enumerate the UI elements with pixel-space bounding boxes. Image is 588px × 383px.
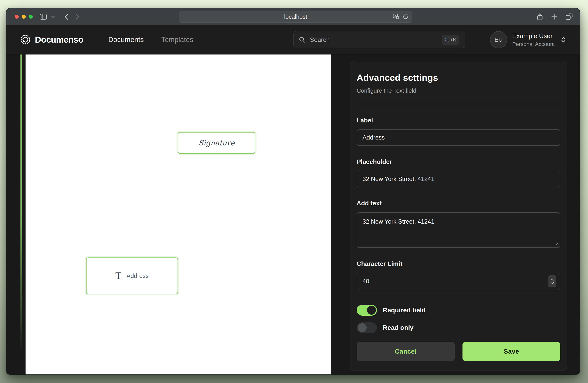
address-bar[interactable]: localhost A ✱ <box>179 11 412 22</box>
url-text: localhost <box>284 13 307 20</box>
minimize-button[interactable] <box>22 15 26 19</box>
panel-subtitle: Configure the Text field <box>357 87 560 94</box>
nav-documents[interactable]: Documents <box>108 36 144 44</box>
back-icon[interactable] <box>64 14 68 20</box>
search-bar[interactable]: ⌘+K <box>293 31 465 48</box>
read-only-row: Read only <box>357 322 560 333</box>
toggle-knob <box>367 306 376 315</box>
toolbar-left-group <box>40 13 79 20</box>
number-stepper[interactable] <box>548 275 556 287</box>
search-shortcut-badge: ⌘+K <box>442 35 460 45</box>
save-button[interactable]: Save <box>462 342 561 361</box>
search-input[interactable] <box>310 36 437 44</box>
panel-actions: Cancel Save <box>357 342 560 361</box>
sidebar-chevron-down-icon[interactable] <box>51 16 55 18</box>
brand-name: Documenso <box>35 35 84 45</box>
placeholder-input[interactable] <box>357 171 560 187</box>
stepper-down-icon <box>551 282 554 284</box>
toolbar-right-group <box>537 13 573 20</box>
traffic-lights <box>15 15 33 19</box>
signature-field-label: Signature <box>198 139 234 147</box>
editor-content: Signature T Address Advanced settings Co… <box>6 55 580 374</box>
panel-title: Advanced settings <box>357 73 560 83</box>
share-icon[interactable] <box>537 13 543 20</box>
placeholder-field-label: Placeholder <box>357 158 560 165</box>
app-header: Documenso Documents Templates ⌘+K EU <box>6 25 580 55</box>
character-limit-input[interactable] <box>357 273 560 290</box>
sidebar-toggle-icon[interactable] <box>40 14 47 20</box>
avatar: EU <box>490 31 507 48</box>
main-nav: Documents Templates <box>108 36 193 44</box>
zoom-button[interactable] <box>29 15 33 19</box>
required-field-row: Required field <box>357 305 560 316</box>
toggle-knob <box>358 323 367 332</box>
document-page: Signature T Address <box>25 55 331 374</box>
brand[interactable]: Documenso <box>20 35 84 45</box>
read-only-label: Read only <box>383 324 414 331</box>
user-name: Example User <box>512 32 555 40</box>
add-text-field-label: Add text <box>357 200 560 207</box>
read-only-toggle[interactable] <box>357 322 377 333</box>
tab-overview-icon[interactable] <box>566 13 573 20</box>
text-field-address[interactable]: T Address <box>86 257 178 294</box>
translate-icon[interactable]: A ✱ <box>393 14 399 20</box>
desktop: localhost A ✱ <box>0 0 588 383</box>
text-type-icon: T <box>115 271 121 280</box>
user-account-type: Personal Account <box>512 41 555 47</box>
advanced-settings-panel: Advanced settings Configure the Text fie… <box>350 61 567 371</box>
signature-field[interactable]: Signature <box>178 132 255 154</box>
resize-handle-icon[interactable] <box>555 242 559 246</box>
chevrons-up-down-icon <box>561 37 566 43</box>
close-button[interactable] <box>15 15 19 19</box>
reload-icon[interactable] <box>403 14 408 20</box>
svg-text:✱: ✱ <box>397 17 398 19</box>
label-input[interactable] <box>357 129 560 146</box>
search-icon <box>299 37 305 43</box>
character-limit-label: Character Limit <box>357 260 560 268</box>
browser-window: localhost A ✱ <box>6 8 580 375</box>
browser-toolbar: localhost A ✱ <box>6 8 580 25</box>
label-field-label: Label <box>357 117 560 124</box>
documenso-logo-icon <box>20 35 31 45</box>
nav-templates[interactable]: Templates <box>161 36 193 44</box>
stepper-up-icon <box>551 279 554 281</box>
add-text-textarea[interactable]: 32 New York Street, 41241 <box>357 212 560 248</box>
required-field-label: Required field <box>383 306 426 314</box>
toolbar-divider <box>60 13 60 20</box>
required-field-toggle[interactable] <box>357 305 377 316</box>
panel-divider <box>357 104 560 104</box>
cancel-button[interactable]: Cancel <box>357 342 455 361</box>
new-tab-icon[interactable] <box>551 14 557 20</box>
text-field-label: Address <box>126 272 149 279</box>
page-edge-accent <box>21 55 22 354</box>
user-menu[interactable]: EU Example User Personal Account <box>490 31 566 48</box>
forward-icon[interactable] <box>75 14 79 20</box>
